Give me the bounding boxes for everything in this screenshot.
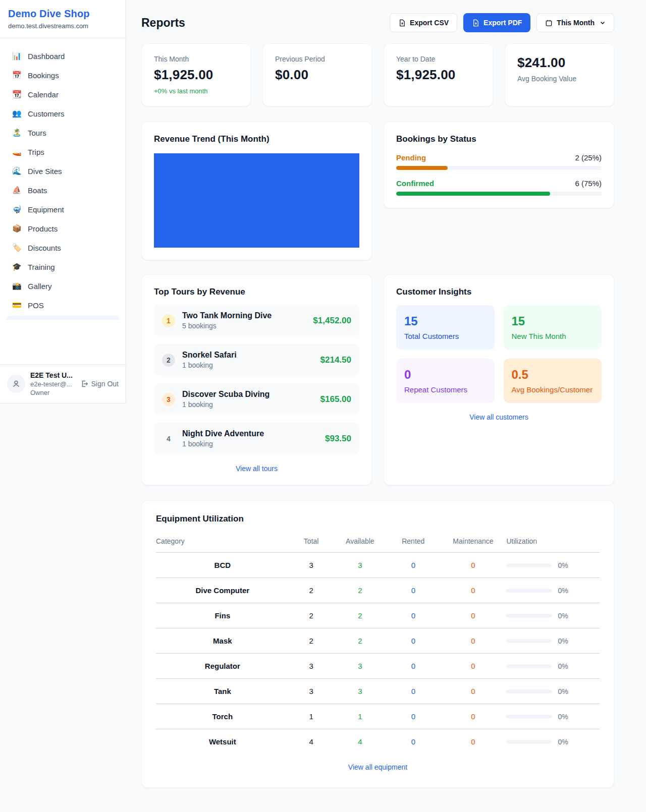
utilization-bar-track <box>506 689 552 693</box>
sign-out-button[interactable]: Sign Out <box>80 380 119 388</box>
sidebar-item-bookings[interactable]: 📅 Bookings <box>6 66 120 85</box>
sidebar-item-trips[interactable]: 🚤 Trips <box>6 142 120 161</box>
wave-icon: 🌊 <box>12 166 21 176</box>
cell-maintenance: 0 <box>440 553 507 578</box>
view-all-tours-link[interactable]: View all tours <box>154 465 359 473</box>
cell-available: 1 <box>334 704 387 729</box>
tour-row: 2 Snorkel Safari 1 booking $214.50 <box>154 344 359 376</box>
table-row: Torch 1 1 0 0 0% <box>156 704 600 729</box>
utilization-percent: 0% <box>558 738 568 746</box>
stat-label: This Month <box>154 55 238 63</box>
status-bar-track <box>396 192 602 196</box>
sign-out-label: Sign Out <box>91 380 119 388</box>
camera-icon: 📸 <box>12 281 21 291</box>
status-bar-fill <box>396 192 550 196</box>
sidebar-item-products[interactable]: 📦 Products <box>6 219 120 238</box>
cell-utilization: 0% <box>506 553 600 578</box>
cell-category: Regulator <box>156 654 289 679</box>
utilization-bar-track <box>506 715 552 719</box>
period-select[interactable]: This Month <box>536 13 614 32</box>
tour-row: 4 Night Dive Adventure 1 booking $93.50 <box>154 423 359 454</box>
sidebar-item-dashboard[interactable]: 📊 Dashboard <box>6 46 120 66</box>
cell-total: 3 <box>289 654 334 679</box>
stats-row: This Month $1,925.00 +0% vs last month P… <box>141 43 614 106</box>
cell-maintenance: 0 <box>440 654 507 679</box>
stat-delta: +0% vs last month <box>154 87 238 95</box>
sidebar-item-equipment[interactable]: 🤿 Equipment <box>6 200 120 219</box>
sidebar-item-tours[interactable]: 🏝️ Tours <box>6 123 120 142</box>
speedboat-icon: 🚤 <box>12 147 21 156</box>
cell-maintenance: 0 <box>440 603 507 628</box>
export-pdf-button[interactable]: Export PDF <box>463 13 530 32</box>
cell-total: 3 <box>289 553 334 578</box>
sidebar-item-boats[interactable]: ⛵ Boats <box>6 181 120 200</box>
cell-rented: 0 <box>387 578 440 603</box>
stat-value: $241.00 <box>517 55 602 71</box>
rank-badge: 2 <box>162 354 175 367</box>
sidebar-item-label: Dashboard <box>28 52 65 61</box>
utilization-bar-track <box>506 614 552 618</box>
sidebar-item-label: Bookings <box>28 71 59 80</box>
sidebar-item-label: Calendar <box>28 90 59 99</box>
sailboat-icon: ⛵ <box>12 186 21 195</box>
tour-bookings: 5 bookings <box>182 322 272 330</box>
user-role: Owner <box>30 389 73 396</box>
diving-mask-icon: 🤿 <box>12 205 21 214</box>
tile-value: 15 <box>512 314 594 328</box>
export-csv-button[interactable]: Export CSV <box>390 13 457 32</box>
table-row: Fins 2 2 0 0 0% <box>156 603 600 628</box>
sidebar-item-reports-partial[interactable] <box>6 316 120 320</box>
sidebar-item-gallery[interactable]: 📸 Gallery <box>6 276 120 296</box>
sidebar-item-discounts[interactable]: 🏷️ Discounts <box>6 238 120 257</box>
island-icon: 🏝️ <box>12 128 21 137</box>
cell-available: 3 <box>334 679 387 704</box>
status-count: 2 (25%) <box>575 153 602 162</box>
sidebar-item-calendar[interactable]: 📆 Calendar <box>6 85 120 104</box>
cell-category: Dive Computer <box>156 578 289 603</box>
tour-bookings: 1 booking <box>182 361 237 369</box>
cell-maintenance: 0 <box>440 628 507 654</box>
sidebar-item-training[interactable]: 🎓 Training <box>6 257 120 276</box>
table-row: Wetsuit 4 4 0 0 0% <box>156 729 600 755</box>
tour-row: 1 Two Tank Morning Dive 5 bookings $1,45… <box>154 305 359 336</box>
sidebar: Demo Dive Shop demo.test.divestreams.com… <box>0 0 126 403</box>
cell-category: Fins <box>156 603 289 628</box>
table-row: Regulator 3 3 0 0 0% <box>156 654 600 679</box>
status-row-pending: Pending 2 (25%) <box>396 153 602 170</box>
view-all-equipment-link[interactable]: View all equipment <box>156 763 600 771</box>
package-icon: 📦 <box>12 224 21 233</box>
cell-utilization: 0% <box>506 603 600 628</box>
tour-name: Two Tank Morning Dive <box>182 311 272 320</box>
cell-utilization: 0% <box>506 578 600 603</box>
utilization-percent: 0% <box>558 561 568 569</box>
sidebar-item-pos[interactable]: 💳 POS <box>6 296 120 315</box>
utilization-bar-track <box>506 563 552 567</box>
file-download-icon <box>472 19 479 27</box>
customer-insights-card: Customer Insights 15 Total Customers 15 … <box>384 274 614 485</box>
sidebar-item-label: Discounts <box>28 244 61 252</box>
cell-utilization: 0% <box>506 729 600 755</box>
chevron-down-icon <box>600 20 606 26</box>
sidebar-item-customers[interactable]: 👥 Customers <box>6 104 120 123</box>
tour-revenue: $93.50 <box>325 434 351 444</box>
main-content: Reports Export CSV Export PDF This Month <box>126 0 646 804</box>
top-tours-card: Top Tours by Revenue 1 Two Tank Morning … <box>141 274 372 485</box>
col-header-maintenance: Maintenance <box>440 531 507 553</box>
tour-name: Night Dive Adventure <box>182 429 264 438</box>
table-row: BCD 3 3 0 0 0% <box>156 553 600 578</box>
file-download-icon <box>398 19 406 27</box>
top-tours-title: Top Tours by Revenue <box>154 287 359 297</box>
stat-label: Previous Period <box>275 55 359 63</box>
view-all-customers-link[interactable]: View all customers <box>396 413 602 421</box>
cell-rented: 0 <box>387 553 440 578</box>
sidebar-item-dive-sites[interactable]: 🌊 Dive Sites <box>6 161 120 181</box>
page-title: Reports <box>141 16 185 30</box>
col-header-category: Category <box>156 531 289 553</box>
cell-rented: 0 <box>387 704 440 729</box>
sign-out-icon <box>80 380 88 388</box>
tour-name: Discover Scuba Diving <box>182 390 270 399</box>
stat-card-year-to-date: Year to Date $1,925.00 <box>384 43 493 106</box>
cell-category: Torch <box>156 704 289 729</box>
revenue-trend-title: Revenue Trend (This Month) <box>154 134 359 144</box>
equipment-table-header: Category Total Available Rented Maintena… <box>156 531 600 553</box>
